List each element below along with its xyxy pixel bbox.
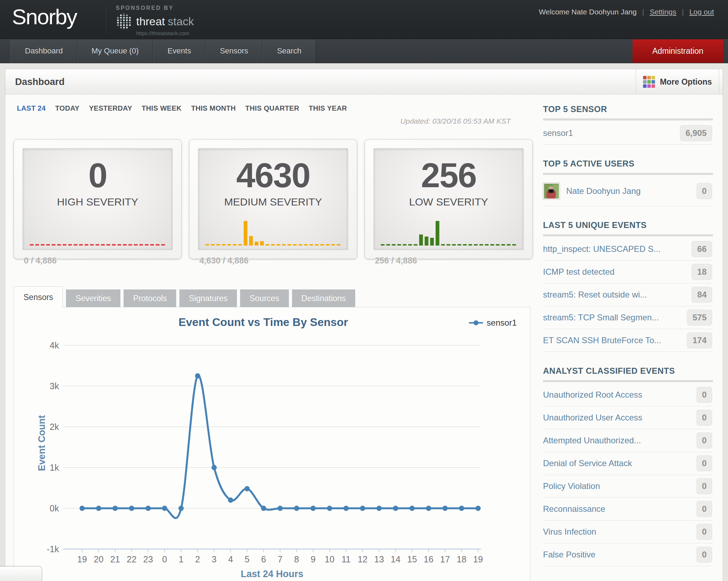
svg-text:2: 2	[195, 554, 200, 564]
count-badge: 0	[696, 547, 712, 563]
updated-timestamp: Updated: 03/20/16 05:53 AM KST	[314, 117, 511, 125]
count-badge: 0	[696, 432, 712, 449]
count-badge: 0	[696, 183, 712, 199]
card-screen: 256LOW SEVERITY	[373, 148, 524, 250]
tab-severities[interactable]: Severities	[66, 289, 120, 307]
severity-card-high[interactable]: 0HIGH SEVERITY0 / 4,886	[14, 139, 181, 259]
tab-destinations[interactable]: Destinations	[292, 289, 356, 307]
sidebar-row-label[interactable]: Unauthorized Root Access	[543, 390, 642, 400]
sidebar-section-rule	[543, 118, 713, 120]
time-tab-yesterday[interactable]: YESTERDAY	[89, 104, 132, 112]
sidebar-row-label[interactable]: http_inspect: UNESCAPED S...	[543, 244, 661, 254]
nav-tab-dashboard[interactable]: Dashboard	[11, 39, 77, 63]
sidebar-row-label[interactable]: Unauthorized User Access	[543, 413, 642, 423]
nav-tab-events[interactable]: Events	[153, 39, 205, 63]
tab-sensors[interactable]: Sensors	[14, 286, 63, 307]
count-badge: 0	[696, 455, 712, 471]
sidebar-row-label[interactable]: ICMP test detected	[543, 267, 615, 277]
svg-text:20: 20	[94, 554, 104, 564]
sidebar-row: ICMP test detected18	[543, 261, 713, 283]
sidebar-row-label[interactable]: Attempted Unauthorized...	[543, 436, 641, 445]
sidebar-row-label[interactable]: Virus Infection	[543, 527, 596, 537]
severity-summary: 0 / 4,886	[24, 256, 173, 266]
user-avatar	[543, 183, 560, 200]
stats-sidebar: TOP 5 SENSORsensor16,905TOP 5 ACTIVE USE…	[543, 104, 713, 566]
sidebar-row: Attempted Unauthorized...0	[543, 429, 713, 452]
sidebar-section-title: TOP 5 SENSOR	[543, 104, 713, 114]
svg-text:3: 3	[212, 554, 217, 564]
sidebar-row-label[interactable]: stream5: TCP Small Segmen...	[543, 313, 659, 322]
nav-tab-my-queue-0-[interactable]: My Queue (0)	[77, 39, 153, 63]
sidebar-row-label[interactable]: Denial of Service Attack	[543, 458, 632, 468]
sidebar-row-label[interactable]: Nate Doohyun Jang	[566, 186, 641, 196]
logout-link[interactable]: Log out	[689, 8, 714, 16]
time-tab-this-year[interactable]: THIS YEAR	[309, 104, 347, 112]
svg-text:13: 13	[374, 554, 384, 564]
tab-signatures[interactable]: Signatures	[179, 289, 237, 307]
svg-text:11: 11	[342, 554, 351, 564]
count-badge: 0	[696, 524, 712, 540]
svg-text:19: 19	[77, 554, 87, 564]
threatstack-dots-icon	[116, 13, 132, 30]
svg-text:0: 0	[162, 554, 167, 564]
sidebar-row: Reconnaissance0	[543, 498, 713, 521]
sidebar-row-label[interactable]: stream5: Reset outside wi...	[543, 290, 647, 300]
metric-tabs: SensorsSeveritiesProtocolsSignaturesSour…	[14, 286, 358, 307]
count-badge: 0	[696, 501, 712, 517]
severity-card-low[interactable]: 256LOW SEVERITY256 / 4,886	[365, 139, 532, 259]
severity-count: 256	[374, 156, 523, 195]
welcome-text: Welcome Nate Doohyun Jang	[539, 8, 637, 16]
time-tab-this-quarter[interactable]: THIS QUARTER	[245, 104, 299, 112]
severity-count: 0	[23, 156, 172, 195]
svg-text:18: 18	[457, 554, 466, 564]
svg-text:-1k: -1k	[47, 544, 59, 554]
sidebar-section: LAST 5 UNIQUE EVENTShttp_inspect: UNESCA…	[543, 220, 713, 352]
settings-link[interactable]: Settings	[650, 8, 676, 16]
svg-text:22: 22	[127, 554, 137, 564]
count-badge: 6,905	[680, 125, 712, 141]
svg-text:4k: 4k	[50, 340, 59, 350]
nav-tab-search[interactable]: Search	[263, 39, 316, 63]
tab-sources[interactable]: Sources	[240, 289, 289, 307]
time-tab-this-month[interactable]: THIS MONTH	[191, 104, 236, 112]
svg-text:10: 10	[325, 554, 335, 564]
event-count-chart: 4k3k2k1k0k-1k192021222301234567891011121…	[14, 307, 530, 581]
sidebar-row-label[interactable]: False Positive	[543, 550, 595, 560]
time-tab-last-24[interactable]: LAST 24	[17, 104, 46, 112]
count-badge: 0	[696, 387, 712, 403]
nav-tab-sensors[interactable]: Sensors	[205, 39, 263, 63]
sidebar-row: Unauthorized User Access0	[543, 406, 713, 429]
svg-text:8: 8	[294, 554, 299, 564]
page-title: Dashboard	[15, 69, 65, 94]
sidebar-row-label[interactable]: Reconnaissance	[543, 504, 605, 514]
sidebar-row-label[interactable]: Policy Violation	[543, 481, 600, 491]
chart-panel: Event Count vs Time By Sensor sensor1 4k…	[14, 307, 530, 581]
severity-count: 4630	[198, 156, 348, 195]
severity-summary: 4,630 / 4,886	[199, 256, 348, 266]
sidebar-section-title: TOP 5 ACTIVE USERS	[543, 159, 713, 169]
svg-text:15: 15	[407, 554, 417, 564]
svg-text:Event Count: Event Count	[37, 415, 47, 471]
sidebar-row-label[interactable]: sensor1	[543, 128, 573, 138]
severity-label: LOW SEVERITY	[374, 196, 523, 208]
sidebar-section-title: LAST 5 UNIQUE EVENTS	[543, 220, 713, 230]
nav-administration[interactable]: Administration	[633, 39, 723, 63]
sponsor-url: https://threatstack.com	[136, 30, 194, 36]
tab-protocols[interactable]: Protocols	[124, 289, 176, 307]
svg-text:1k: 1k	[50, 463, 59, 472]
sidebar-section: TOP 5 ACTIVE USERSNate Doohyun Jang0	[543, 159, 713, 206]
more-options-button[interactable]: More Options	[636, 69, 719, 94]
svg-text:21: 21	[110, 554, 120, 564]
sidebar-section-title: ANALYST CLASSIFIED EVENTS	[543, 366, 713, 376]
severity-card-medium[interactable]: 4630MEDIUM SEVERITY4,630 / 4,886	[189, 139, 357, 259]
count-badge: 174	[687, 332, 712, 348]
svg-text:1: 1	[179, 554, 184, 564]
severity-label: MEDIUM SEVERITY	[198, 196, 348, 208]
svg-text:Last 24 Hours: Last 24 Hours	[241, 569, 304, 579]
sidebar-row: http_inspect: UNESCAPED S...66	[543, 238, 713, 261]
sidebar-row: Policy Violation0	[543, 475, 713, 498]
time-tab-this-week[interactable]: THIS WEEK	[142, 104, 182, 112]
time-tab-today[interactable]: TODAY	[55, 104, 79, 112]
sidebar-section-rule	[543, 173, 713, 175]
sidebar-row-label[interactable]: ET SCAN SSH BruteForce To...	[543, 335, 661, 345]
